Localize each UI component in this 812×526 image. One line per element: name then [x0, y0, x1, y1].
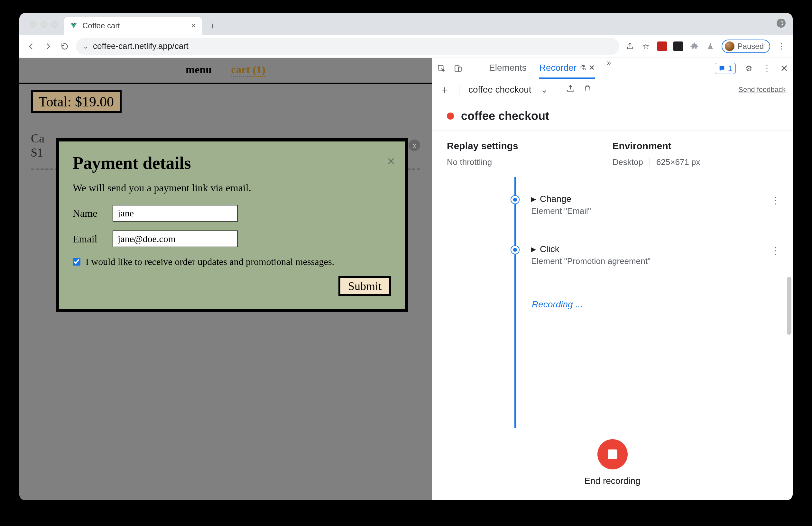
cart-item-price-fragment: $1 — [31, 145, 44, 160]
step-action: Change — [540, 194, 571, 204]
profile-chip[interactable]: Paused — [722, 40, 770, 53]
share-icon[interactable] — [625, 42, 635, 51]
promo-row: I would like to receive order updates an… — [73, 256, 391, 267]
devtools-tabbar: Elements Recorder ⚗ ✕ » 1 ⚙ ⋮ ✕ — [432, 58, 793, 79]
step-menu-icon[interactable]: ⋮ — [771, 195, 780, 206]
close-modal-icon[interactable]: × — [387, 153, 395, 169]
scrollbar-thumb[interactable] — [787, 277, 792, 335]
settings-gear-icon[interactable]: ⚙ — [744, 64, 754, 73]
reload-button[interactable] — [59, 41, 70, 52]
promo-label: I would like to receive order updates an… — [86, 256, 334, 267]
tab-elements[interactable]: Elements — [488, 58, 527, 79]
throttling-value[interactable]: No throttling — [447, 157, 612, 167]
new-tab-button[interactable]: ＋ — [205, 19, 219, 33]
email-field-row: Email — [73, 230, 391, 247]
env-size: 625×671 px — [656, 157, 700, 167]
rendered-page: menu cart (1) Total: $19.00 Ca $1 00 x × — [19, 58, 432, 500]
name-field-row: Name — [73, 205, 391, 222]
step-click[interactable]: ▶ Click Element "Promotion agreement" — [511, 244, 651, 266]
step-change[interactable]: ▶ Change Element "Email" — [511, 194, 591, 216]
close-devtools-icon[interactable]: ✕ — [780, 63, 788, 74]
maximize-window-button[interactable] — [52, 21, 58, 28]
recording-select-chevron-icon[interactable]: ⌄ — [540, 84, 548, 95]
name-label: Name — [73, 207, 104, 219]
devtools-menu-icon[interactable]: ⋮ — [762, 64, 772, 73]
more-tabs-icon[interactable]: » — [607, 58, 611, 79]
recorder-toolbar: ＋ coffee checkout ⌄ Send feedback — [432, 79, 793, 100]
export-icon[interactable] — [566, 84, 575, 95]
toolbar-actions: ☆ Paused ⋮ — [625, 40, 786, 53]
stop-icon — [608, 450, 618, 459]
expand-caret-icon[interactable]: ▶ — [531, 195, 536, 203]
recording-header: coffee checkout — [432, 100, 793, 131]
promo-checkbox[interactable] — [73, 258, 81, 266]
timeline-node-icon — [511, 246, 519, 254]
minimize-window-button[interactable] — [41, 21, 47, 28]
email-label: Email — [73, 233, 104, 245]
step-action: Click — [540, 244, 560, 254]
svg-rect-2 — [459, 67, 461, 71]
forward-button[interactable] — [42, 41, 54, 52]
extension-2-icon[interactable] — [673, 42, 683, 51]
recording-status: Recording ... — [532, 299, 583, 310]
close-window-button[interactable] — [30, 21, 36, 28]
end-recording-label: End recording — [584, 476, 640, 486]
browser-menu-icon[interactable]: ⋮ — [777, 42, 786, 51]
site-info-icon[interactable]: ⌄ — [83, 42, 88, 50]
modal-subtitle: We will send you a payment link via emai… — [73, 182, 391, 194]
close-tab-x-icon[interactable]: ✕ — [589, 64, 595, 72]
step-detail: Element "Email" — [531, 206, 591, 216]
recording-select-label[interactable]: coffee checkout — [468, 85, 532, 95]
browser-window: Coffee cart ✕ ＋ ⌄ coffee-cart.netlify.ap… — [19, 13, 793, 500]
close-tab-icon[interactable]: ✕ — [191, 22, 196, 30]
experiments-flask-icon[interactable] — [706, 42, 715, 51]
expand-caret-icon[interactable]: ▶ — [531, 245, 536, 253]
new-recording-button[interactable]: ＋ — [439, 82, 450, 97]
recording-indicator-icon — [447, 112, 454, 120]
environment-heading: Environment — [612, 140, 778, 151]
step-menu-icon[interactable]: ⋮ — [771, 245, 780, 256]
content-area: menu cart (1) Total: $19.00 Ca $1 00 x × — [19, 58, 793, 500]
toolbar: ⌄ coffee-cart.netlify.app/cart ☆ Paused … — [19, 35, 793, 58]
nav-menu-link[interactable]: menu — [186, 64, 212, 77]
issues-count: 1 — [728, 64, 732, 73]
delete-icon[interactable] — [584, 84, 591, 95]
cart-item-name-fragment: Ca — [31, 131, 44, 145]
send-feedback-link[interactable]: Send feedback — [738, 86, 786, 94]
step-detail: Element "Promotion agreement" — [531, 256, 651, 266]
devtools-panel: Elements Recorder ⚗ ✕ » 1 ⚙ ⋮ ✕ — [432, 58, 793, 500]
total-box[interactable]: Total: $19.00 — [31, 90, 121, 113]
flask-icon: ⚗ — [580, 64, 586, 72]
tab-title: Coffee cart — [82, 21, 120, 30]
browser-tab[interactable]: Coffee cart ✕ — [64, 17, 202, 35]
name-input[interactable] — [113, 205, 238, 222]
email-input[interactable] — [113, 230, 238, 247]
tab-search-button[interactable] — [777, 19, 786, 28]
address-bar[interactable]: ⌄ coffee-cart.netlify.app/cart — [76, 38, 619, 55]
back-button[interactable] — [26, 41, 37, 52]
vue-favicon-icon — [70, 21, 78, 30]
site-nav: menu cart (1) — [19, 58, 432, 84]
replay-settings-heading: Replay settings — [447, 140, 612, 151]
inspect-element-icon[interactable] — [437, 64, 446, 73]
window-controls — [30, 21, 58, 28]
profile-status: Paused — [738, 42, 764, 51]
nav-cart-link[interactable]: cart (1) — [231, 64, 265, 77]
steps-timeline: ▶ Change Element "Email" ⋮ ▶ Click — [432, 177, 793, 428]
env-device: Desktop — [612, 157, 643, 167]
tab-strip: Coffee cart ✕ ＋ — [19, 13, 793, 35]
tab-recorder[interactable]: Recorder ⚗ ✕ — [539, 58, 595, 79]
remove-item-button[interactable]: x — [409, 139, 420, 151]
submit-button[interactable]: Submit — [338, 276, 391, 296]
end-recording-button[interactable] — [597, 439, 628, 469]
recording-title: coffee checkout — [461, 109, 549, 123]
device-toolbar-icon[interactable] — [453, 64, 463, 73]
bookmark-star-icon[interactable]: ☆ — [641, 42, 651, 51]
end-recording-section: End recording — [432, 428, 793, 500]
timeline-node-icon — [511, 196, 519, 204]
url-text: coffee-cart.netlify.app/cart — [93, 41, 189, 51]
extension-1-icon[interactable] — [657, 42, 667, 51]
modal-title: Payment details — [73, 153, 391, 173]
extensions-puzzle-icon[interactable] — [690, 42, 699, 51]
issues-chip[interactable]: 1 — [715, 63, 736, 74]
